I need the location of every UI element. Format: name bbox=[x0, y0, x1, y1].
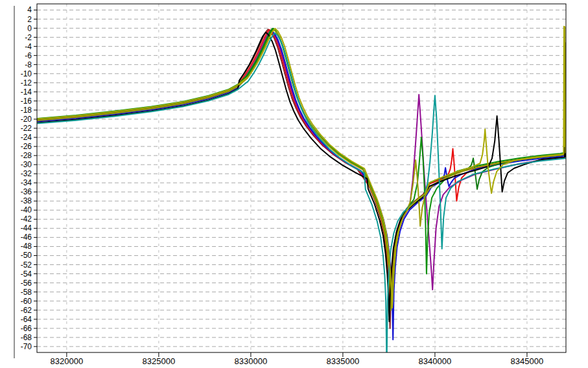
series-black bbox=[37, 32, 566, 321]
y-tick-label: -48 bbox=[21, 242, 32, 251]
y-tick-label: -62 bbox=[21, 306, 32, 315]
x-tick-label: 8345000 bbox=[511, 356, 544, 366]
y-tick-label: -30 bbox=[21, 160, 32, 169]
y-tick-label: -66 bbox=[21, 324, 32, 333]
series-dark-yellow bbox=[37, 30, 566, 310]
y-tick-label: -12 bbox=[21, 78, 32, 87]
y-tick-label: -50 bbox=[21, 251, 32, 260]
y-tick-label: -46 bbox=[21, 233, 32, 242]
y-tick-label: -18 bbox=[21, 106, 32, 115]
y-tick-label: -52 bbox=[21, 260, 32, 270]
y-tick-label: -68 bbox=[21, 333, 32, 342]
y-tick-label: -2 bbox=[25, 33, 32, 42]
x-tick-label: 8340000 bbox=[419, 356, 452, 366]
y-tick-label: -54 bbox=[21, 270, 32, 279]
y-tick-label: -56 bbox=[21, 279, 32, 288]
y-tick-label: -60 bbox=[21, 297, 32, 306]
y-tick-label: -36 bbox=[21, 187, 32, 196]
y-tick-label: -20 bbox=[21, 115, 32, 124]
x-tick-label: 8320000 bbox=[51, 356, 84, 366]
y-tick-label: -6 bbox=[25, 51, 32, 60]
y-tick-label: -34 bbox=[21, 178, 32, 187]
app-window: 420-2-4-6-8-10-12-14-16-18-20-22-24-26-2… bbox=[0, 0, 588, 368]
y-tick-label: -32 bbox=[21, 169, 32, 178]
y-tick-label: -64 bbox=[21, 315, 32, 324]
chart-canvas[interactable]: 420-2-4-6-8-10-12-14-16-18-20-22-24-26-2… bbox=[0, 0, 588, 368]
y-tick-label: -16 bbox=[21, 97, 32, 106]
y-tick-label: -14 bbox=[21, 87, 32, 97]
y-tick-label: -22 bbox=[21, 124, 32, 133]
y-tick-label: 2 bbox=[27, 15, 32, 24]
x-tick-label: 8330000 bbox=[235, 356, 268, 366]
x-tick-label: 8325000 bbox=[143, 356, 176, 366]
series-lines bbox=[37, 27, 566, 365]
y-tick-label: -38 bbox=[21, 196, 32, 205]
horizontal-gridlines bbox=[37, 10, 566, 346]
y-tick-label: -8 bbox=[25, 60, 32, 69]
x-axis-labels: 8320000832500083300008335000834000083450… bbox=[51, 356, 544, 366]
series-blue bbox=[37, 31, 566, 340]
y-axis-labels: 420-2-4-6-8-10-12-14-16-18-20-22-24-26-2… bbox=[21, 5, 32, 351]
axis-ticks bbox=[34, 10, 527, 357]
x-tick-label: 8335000 bbox=[327, 356, 360, 366]
y-tick-label: -70 bbox=[21, 342, 32, 351]
plot-border bbox=[37, 4, 566, 352]
y-tick-label: 4 bbox=[27, 5, 32, 14]
y-tick-label: -26 bbox=[21, 142, 32, 151]
y-tick-label: -10 bbox=[21, 69, 32, 78]
y-tick-label: 0 bbox=[27, 24, 32, 33]
y-tick-label: -24 bbox=[21, 133, 32, 142]
y-tick-label: -44 bbox=[21, 224, 32, 233]
y-tick-label: -42 bbox=[21, 214, 32, 224]
y-tick-label: -28 bbox=[21, 151, 32, 160]
vertical-gridlines bbox=[67, 4, 527, 352]
y-tick-label: -58 bbox=[21, 288, 32, 297]
series-dark-red bbox=[37, 29, 566, 328]
y-tick-label: -40 bbox=[21, 205, 32, 214]
y-tick-label: -4 bbox=[25, 42, 32, 51]
